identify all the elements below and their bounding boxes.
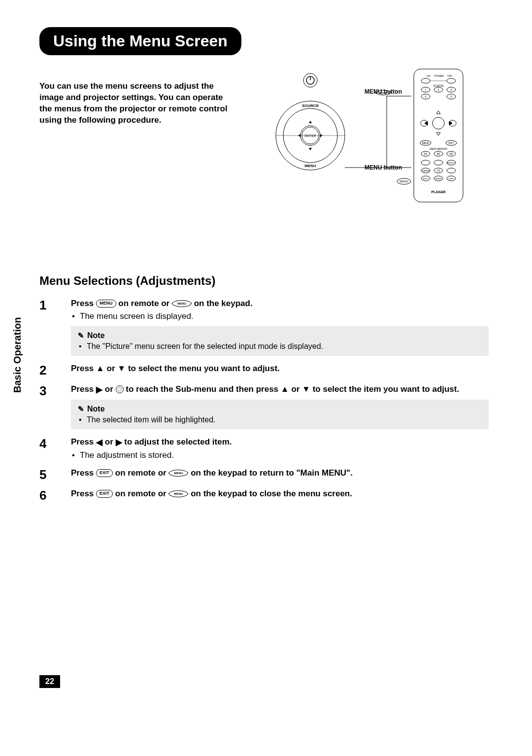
step-2: 2 Press or to select the menu you want t… <box>39 364 493 377</box>
page-title: Using the Menu Screen <box>39 27 241 55</box>
svg-text:MENU: MENU <box>422 141 430 144</box>
svg-text:ON: ON <box>427 74 431 77</box>
exit-button-icon: EXIT <box>96 469 113 477</box>
svg-text:1: 1 <box>425 88 427 91</box>
step-instruction: Press EXIT on remote or MENU on the keyp… <box>71 489 493 499</box>
step-instruction: Press or to select the menu you want to … <box>71 364 493 374</box>
svg-text:SOURCE: SOURCE <box>433 84 444 87</box>
step-number: 6 <box>39 489 59 502</box>
keypad-menu-icon: MENU <box>172 300 192 307</box>
svg-text:LIGHT: LIGHT <box>448 177 454 180</box>
keypad-menu-icon: MENU <box>168 490 188 497</box>
svg-text:USER MEMORY: USER MEMORY <box>429 147 448 150</box>
svg-text:OFF: OFF <box>447 74 452 77</box>
exit-button-icon: EXIT <box>96 490 113 498</box>
svg-text:2: 2 <box>438 88 439 91</box>
step-bullet: The adjustment is stored. <box>71 450 493 460</box>
down-arrow-icon <box>117 364 126 374</box>
steps-list: 1 Press MENU on remote or MENU on the ke… <box>39 299 493 502</box>
keypad-source-label: SOURCE <box>302 103 319 108</box>
step-6: 6 Press EXIT on remote or MENU on the ke… <box>39 489 493 502</box>
note-box: Note The selected item will be highlight… <box>71 400 489 429</box>
page-number: 22 <box>39 675 60 688</box>
svg-text:BLANK: BLANK <box>435 177 441 180</box>
note-text: The selected item will be highlighted. <box>78 415 482 424</box>
svg-text:CS: CS <box>437 169 441 172</box>
step-4: 4 Press or to adjust the selected item. … <box>39 437 493 460</box>
step-instruction: Press or to adjust the selected item. <box>71 437 493 447</box>
step-instruction: Press or to reach the Sub-menu and then … <box>71 384 493 395</box>
note-label: Note <box>87 331 105 340</box>
enter-button-icon <box>116 385 124 393</box>
svg-text:MENU: MENU <box>380 92 387 95</box>
step-number: 4 <box>39 437 59 460</box>
left-arrow-icon <box>96 437 102 447</box>
section-heading: Menu Selections (Adjustments) <box>39 274 493 288</box>
intro-paragraph: You can use the menu screens to adjust t… <box>39 81 236 126</box>
note-icon <box>78 331 84 340</box>
svg-text:4: 4 <box>425 95 427 98</box>
up-arrow-icon <box>96 364 104 374</box>
svg-point-52 <box>447 168 456 173</box>
svg-point-45 <box>434 160 443 165</box>
svg-point-44 <box>421 160 430 165</box>
svg-text:3: 3 <box>451 88 452 91</box>
svg-text:M1: M1 <box>424 152 428 155</box>
keypad-menu-icon: MENU <box>168 470 188 477</box>
svg-text:EXIT: EXIT <box>448 141 454 144</box>
step-number: 3 <box>39 384 59 429</box>
up-arrow-icon <box>281 384 289 394</box>
note-text: The "Picture" menu screen for the select… <box>78 342 482 351</box>
step-bullet: The menu screen is displayed. <box>71 311 493 321</box>
right-arrow-icon <box>116 437 122 447</box>
svg-point-17 <box>447 78 456 83</box>
step-number: 2 <box>39 364 59 377</box>
note-label: Note <box>87 405 105 413</box>
note-box: Note The "Picture" menu screen for the s… <box>71 326 489 356</box>
hardware-diagram: ENTER SOURCE MENU MENU button MENU butto… <box>266 64 493 207</box>
keypad-menu-label: MENU <box>304 164 316 168</box>
step-instruction: Press EXIT on remote or MENU on the keyp… <box>71 468 493 478</box>
svg-point-16 <box>421 78 430 83</box>
down-arrow-icon <box>302 384 310 394</box>
svg-text:M3: M3 <box>450 152 453 155</box>
diagram-label-menu-button: MENU button <box>365 164 402 171</box>
keypad-enter-label: ENTER <box>304 134 316 137</box>
step-1: 1 Press MENU on remote or MENU on the ke… <box>39 299 493 356</box>
svg-text:M2: M2 <box>437 152 440 155</box>
remote-menu-callout: MENU <box>399 180 408 183</box>
step-number: 5 <box>39 468 59 481</box>
svg-text:GAMMA: GAMMA <box>422 170 429 172</box>
svg-text:PLANAR: PLANAR <box>431 190 445 194</box>
right-arrow-icon <box>96 384 102 395</box>
svg-point-30 <box>432 117 444 129</box>
svg-text:ASPECT: ASPECT <box>447 162 456 164</box>
svg-text:AUTO: AUTO <box>423 177 428 180</box>
step-number: 1 <box>39 299 59 356</box>
svg-text:5: 5 <box>451 95 452 98</box>
step-5: 5 Press EXIT on remote or MENU on the ke… <box>39 468 493 481</box>
svg-text:POWER: POWER <box>434 74 444 77</box>
note-icon <box>78 405 84 413</box>
menu-button-icon: MENU <box>96 300 116 308</box>
step-3: 3 Press or to reach the Sub-menu and the… <box>39 384 493 429</box>
sidebar-chapter-tab: Basic Operation <box>12 281 25 429</box>
step-instruction: Press MENU on remote or MENU on the keyp… <box>71 299 493 309</box>
